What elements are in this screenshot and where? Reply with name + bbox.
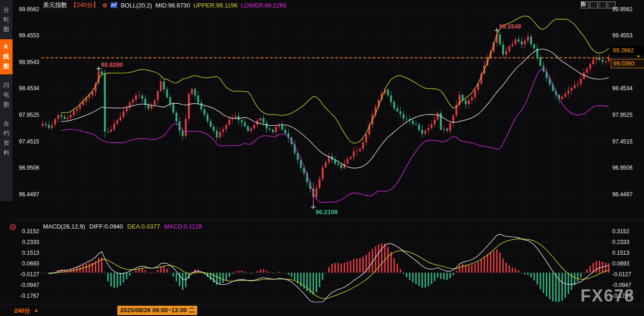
candle-body — [213, 127, 215, 131]
macd-hist-bar — [117, 273, 118, 287]
macd-hist-bar — [484, 257, 485, 273]
boll-upper-value: UPPER:99.1196 — [193, 2, 237, 9]
macd-hist-bar — [468, 265, 469, 273]
macd-hist-bar — [509, 265, 510, 273]
macd-hist-bar — [278, 272, 280, 273]
macd-hist-bar — [390, 252, 392, 273]
candle-body — [157, 91, 159, 101]
macd-hist-bar — [555, 273, 557, 302]
macd-hist-bar — [129, 273, 130, 275]
sidebar-tab-2[interactable]: K线图 — [0, 39, 13, 74]
macd-hist-bar — [387, 247, 389, 273]
macd-hist-bar — [319, 273, 320, 287]
y-axis-label: 99.4553 — [612, 32, 632, 39]
sidebar-tab-label: 分时图 — [3, 5, 10, 35]
macd-hist-bar — [89, 263, 90, 273]
macd-axis-label: 0.2333 — [15, 239, 39, 245]
candle-body — [393, 102, 395, 108]
candle-body — [412, 121, 414, 124]
macd-hist-bar — [421, 273, 423, 287]
macd-hist-bar — [400, 269, 401, 273]
y-axis-label: 96.4497 — [612, 191, 632, 198]
candle-body — [247, 126, 249, 131]
candle-body — [266, 123, 268, 129]
candle-body — [129, 102, 131, 108]
toolbar — [581, 1, 616, 8]
macd-hist-bar — [493, 251, 495, 273]
candle-body — [166, 89, 168, 97]
candle-body — [334, 160, 336, 164]
candle-body — [425, 130, 426, 134]
macd-hist-bar — [126, 273, 127, 279]
macd-hist-bar — [502, 259, 504, 273]
macd-hist-bar — [521, 273, 523, 273]
macd-hist-bar — [431, 273, 432, 284]
period-badge[interactable]: 240分 — [14, 307, 30, 315]
axis-zoom-y-button[interactable] — [590, 1, 598, 8]
candle-body — [64, 116, 65, 119]
sidebar-tab-1[interactable]: 分时图 — [0, 2, 13, 37]
macd-hist-bar — [449, 273, 451, 278]
boll-mid-value: MID:98.6730 — [156, 2, 190, 9]
macd-hist-bar — [368, 252, 370, 273]
macd-hist-bar — [163, 266, 165, 273]
candle-body — [359, 149, 361, 151]
macd-hist-bar — [425, 273, 426, 287]
macd-hist-bar — [381, 244, 382, 273]
macd-hist-bar — [173, 273, 174, 276]
chart-type-icon[interactable] — [111, 2, 117, 8]
candle-body — [182, 131, 184, 136]
candle-body — [505, 51, 507, 55]
sidebar-tab-3[interactable]: 闪电图 — [0, 78, 13, 113]
macd-hist-bar — [549, 273, 551, 299]
candle-body — [511, 44, 513, 46]
candle-body — [564, 93, 566, 96]
candle-body — [169, 97, 171, 104]
candle-body — [350, 157, 352, 159]
macd-hist-bar — [266, 271, 267, 273]
macd-hist-bar — [247, 273, 248, 273]
candle-body — [54, 119, 56, 124]
macd-axis-label: 0.2333 — [612, 239, 630, 245]
macd-axis-label: 0.1513 — [612, 250, 630, 256]
candle-body — [284, 129, 286, 133]
macd-hist-bar — [409, 273, 410, 280]
symbol-name: 美元指数 — [43, 1, 67, 9]
candle-body — [571, 88, 573, 90]
macd-hist-bar — [347, 262, 348, 273]
macd-hist-bar — [561, 273, 563, 301]
candle-body — [104, 74, 106, 132]
candle-body — [154, 100, 156, 105]
macd-hist-bar — [608, 263, 609, 273]
macd-hist-bar — [533, 273, 535, 280]
candle-body — [543, 66, 545, 72]
indicator-alarm-icon[interactable] — [10, 224, 16, 230]
macd-axis-label: 0.0693 — [612, 260, 630, 267]
macd-axis-label: 0.1513 — [15, 250, 39, 256]
macd-hist-bar — [288, 273, 289, 274]
macd-hist-bar — [148, 273, 149, 273]
candle-body — [431, 124, 432, 128]
candle-body — [573, 85, 575, 88]
axis-zoom-x-button[interactable] — [599, 1, 607, 8]
extreme-price-label: 98.8290 — [101, 61, 123, 68]
candle-body — [116, 120, 118, 123]
macd-title: MACD(26,12,9) — [43, 223, 85, 230]
macd-hist-bar — [577, 273, 579, 281]
candle-body — [589, 64, 591, 69]
macd-hist-bar — [394, 258, 395, 273]
macd-hist-bar — [338, 263, 339, 273]
candlestick-chart-canvas[interactable] — [0, 0, 644, 316]
macd-hist-bar — [256, 271, 258, 273]
candle-body — [188, 94, 190, 118]
macd-hist-bar — [334, 263, 336, 273]
macd-hist-bar — [269, 272, 270, 273]
macd-axis-label: 0.3152 — [612, 228, 630, 235]
period-label[interactable]: 【240分】 — [71, 1, 99, 9]
period-up-arrow-icon[interactable]: ▲ — [34, 307, 39, 313]
sidebar-tab-4[interactable]: 合约资料 — [0, 116, 13, 161]
candle-body — [449, 123, 451, 131]
macd-hist-bar — [312, 273, 314, 294]
add-indicator-icon[interactable]: ⊕ — [102, 1, 108, 9]
macd-hist-bar — [157, 270, 158, 273]
